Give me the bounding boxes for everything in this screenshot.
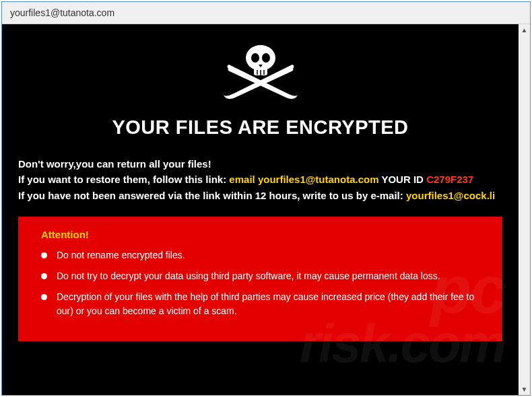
line2-email: email yourfiles1@tutanota.com xyxy=(229,174,378,185)
svg-point-2 xyxy=(251,53,259,63)
line2-yourid-label: YOUR ID xyxy=(379,174,427,185)
line2-pre: If you want to restore them, follow this… xyxy=(18,174,229,185)
content-wrap: YOUR FILES ARE ENCRYPTED Don't worry,you… xyxy=(2,24,530,395)
bullet-icon xyxy=(41,252,47,258)
headline: YOUR FILES ARE ENCRYPTED xyxy=(18,116,502,139)
list-item: Do not rename encrypted files. xyxy=(41,248,486,262)
scroll-down-icon[interactable]: ▼ xyxy=(519,384,530,395)
skull-swords-icon xyxy=(220,43,301,107)
intro-line-3: If you have not been answered via the li… xyxy=(18,188,502,203)
line3-email: yourfiles1@cock.li xyxy=(406,190,495,201)
bullet-text: Do not try to decrypt your data using th… xyxy=(57,269,440,283)
scroll-up-icon[interactable]: ▲ xyxy=(519,24,530,36)
attention-title: Attention! xyxy=(41,229,486,240)
intro-line-2: If you want to restore them, follow this… xyxy=(18,172,502,187)
titlebar[interactable]: yourfiles1@tutanota.com xyxy=(2,2,530,24)
ransom-content: YOUR FILES ARE ENCRYPTED Don't worry,you… xyxy=(2,24,519,395)
bullet-icon xyxy=(41,273,47,279)
intro-line-1: Don't worry,you can return all your file… xyxy=(18,156,502,172)
bullet-icon xyxy=(41,294,47,300)
app-window: yourfiles1@tutanota.com YOUR FILES ARE xyxy=(1,1,531,396)
bullet-text: Do not rename encrypted files. xyxy=(57,248,185,262)
svg-point-3 xyxy=(262,53,270,63)
list-item: Do not try to decrypt your data using th… xyxy=(41,269,486,283)
skull-logo xyxy=(18,43,502,107)
line1-text: Don't worry,you can return all your file… xyxy=(18,158,211,170)
list-item: Decryption of your files with the help o… xyxy=(41,290,486,318)
vertical-scrollbar[interactable]: ▲ ▼ xyxy=(519,24,530,395)
line2-id: C279F237 xyxy=(426,174,473,185)
bullet-text: Decryption of your files with the help o… xyxy=(57,290,486,318)
line3-pre: If you have not been answered via the li… xyxy=(18,190,406,201)
window-title: yourfiles1@tutanota.com xyxy=(10,7,114,18)
attention-box: Attention! Do not rename encrypted files… xyxy=(18,217,502,341)
